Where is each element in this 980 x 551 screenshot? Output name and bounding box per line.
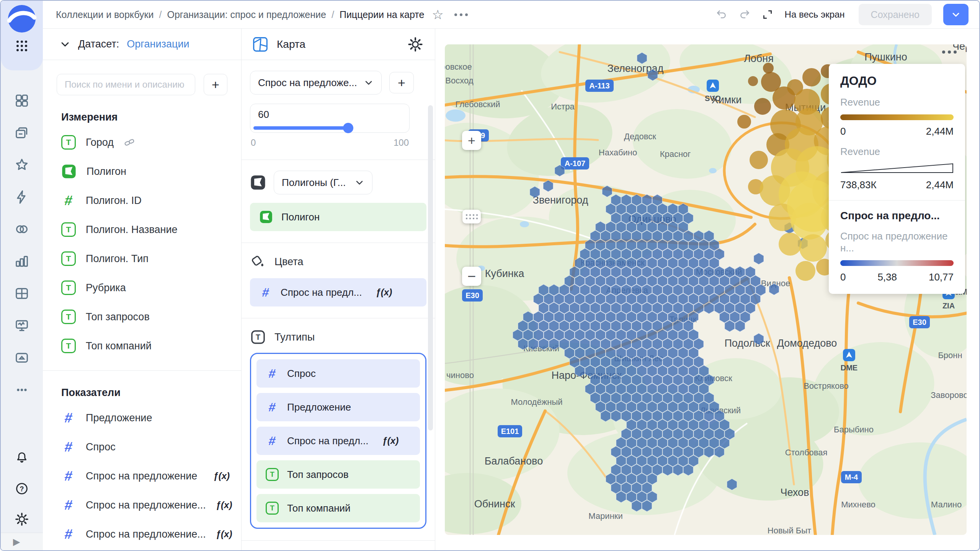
field-item[interactable]: #Предложение: [43, 403, 241, 432]
map-canvas[interactable]: ровскоеВосходГлебовскийИстраЗеленоградЛо…: [445, 44, 967, 535]
opacity-slider-thumb[interactable]: [343, 123, 353, 133]
field-item[interactable]: #Спрос на предложение...ƒ(x): [43, 491, 241, 520]
fullscreen-label[interactable]: На весь экран: [785, 9, 845, 20]
svg-text:А-107: А-107: [565, 159, 585, 168]
legend-size-min: 738,83К: [840, 179, 877, 191]
field-chip[interactable]: TТоп запросов: [256, 460, 420, 489]
legend-color-gradient: [840, 114, 954, 120]
text-field-icon: T: [61, 222, 76, 237]
add-field-button[interactable]: +: [204, 74, 227, 95]
map-ruler-button[interactable]: [462, 210, 481, 223]
field-chip[interactable]: TТоп компаний: [256, 494, 420, 522]
field-item[interactable]: Полигон: [43, 157, 241, 186]
field-chip[interactable]: #Спрос на предл...ƒ(x): [256, 427, 420, 455]
field-chip[interactable]: Полигон: [250, 203, 426, 231]
field-search-input[interactable]: [57, 74, 195, 95]
dataset-link[interactable]: Организации: [127, 38, 189, 50]
layer-select[interactable]: Спрос на предложе...: [250, 71, 382, 95]
breadcrumb-workbook[interactable]: Организации: спрос и предложение: [167, 9, 326, 20]
tooltip-icon: T: [250, 329, 266, 345]
field-item[interactable]: #Спрос на предложениеƒ(x): [43, 461, 241, 491]
opacity-slider-track[interactable]: [253, 126, 348, 130]
tables-icon[interactable]: [15, 286, 29, 301]
field-label: Полигон. ID: [86, 195, 142, 207]
notifications-icon[interactable]: [15, 451, 29, 465]
field-chip-label: Топ компаний: [287, 502, 351, 514]
revenue-circle: [799, 234, 827, 262]
map-town-label: Лобня: [744, 53, 774, 64]
geopolygon-field-icon: [61, 164, 77, 179]
map-town-label: Истра: [551, 102, 575, 111]
datalens-logo-icon[interactable]: [7, 4, 37, 34]
field-chip-label: Спрос на предл...: [287, 435, 368, 447]
text-field-icon: T: [61, 135, 76, 150]
map-town-label: Малино: [931, 500, 962, 509]
apps-launcher-icon[interactable]: [15, 39, 29, 54]
geopolygon-select[interactable]: Полигоны (Г...: [274, 171, 372, 194]
svg-text:?: ?: [20, 485, 24, 493]
connections-icon[interactable]: [15, 222, 29, 236]
favorite-star-icon[interactable]: ☆: [432, 8, 443, 21]
map-menu-icon[interactable]: [942, 51, 957, 54]
saved-button[interactable]: Сохранено: [859, 4, 932, 25]
zoom-in-button[interactable]: +: [462, 131, 481, 150]
save-dropdown-button[interactable]: [943, 4, 969, 25]
field-chip[interactable]: #Предложение: [256, 393, 420, 421]
field-label: Спрос: [86, 441, 116, 453]
widgets-icon[interactable]: [15, 93, 29, 108]
rail-expand-button[interactable]: ▶: [1, 533, 43, 550]
field-item[interactable]: TГород: [43, 128, 241, 157]
tooltips-field-group: #Спрос#Предложение#Спрос на предл...ƒ(x)…: [250, 353, 426, 529]
svg-text:А-113: А-113: [589, 82, 609, 90]
field-item[interactable]: TПолигон. Название: [43, 215, 241, 244]
undo-icon[interactable]: [716, 9, 727, 20]
storage-icon[interactable]: [15, 350, 29, 365]
dataset-panel: Датасет: Организации + Измерения TГородП…: [43, 29, 242, 550]
map-town-label: Обнинск: [474, 498, 515, 510]
field-chip[interactable]: #Спрос на предл...ƒ(x): [250, 278, 426, 306]
map-town-label: Бронн: [938, 350, 962, 360]
more-icon[interactable]: [15, 383, 29, 397]
map-water: [520, 221, 529, 227]
scrollbar-thumb[interactable]: [428, 105, 433, 430]
svg-text:Е30: Е30: [913, 318, 926, 326]
charts-icon[interactable]: [15, 254, 29, 269]
dashboards-icon[interactable]: [15, 318, 29, 333]
opacity-min: 0: [251, 137, 256, 148]
text-field-icon: T: [61, 280, 76, 295]
field-item[interactable]: TТоп запросов: [43, 302, 241, 331]
layer-filters-section: Фильтры слоя: [242, 541, 435, 550]
field-label: Спрос на предложение...: [86, 528, 206, 540]
field-label: Топ компаний: [86, 340, 152, 352]
breadcrumb-collections[interactable]: Коллекции и воркбуки: [56, 9, 154, 20]
breadcrumb-separator: /: [159, 9, 162, 20]
more-menu-icon[interactable]: [454, 13, 468, 16]
number-field-icon: #: [60, 439, 77, 455]
measures-title: Показатели: [43, 371, 241, 403]
dataset-header[interactable]: Датасет: Организации: [43, 29, 241, 60]
zoom-out-button[interactable]: −: [462, 267, 481, 286]
fullscreen-icon[interactable]: [762, 9, 773, 20]
field-chip[interactable]: #Спрос: [256, 359, 420, 388]
redo-icon[interactable]: [739, 9, 750, 20]
layer-opacity-control[interactable]: 60: [250, 104, 410, 133]
field-item[interactable]: #Спрос на предложение...ƒ(x): [43, 520, 241, 549]
favorites-icon[interactable]: [15, 158, 29, 172]
chevron-down-icon: [364, 78, 374, 88]
field-label: Полигон. Тип: [86, 253, 149, 265]
add-layer-button[interactable]: +: [389, 72, 414, 93]
help-icon[interactable]: ?: [15, 481, 29, 496]
field-label: Предложение: [86, 412, 152, 424]
geopolygon-field-icon: [259, 210, 273, 224]
collections-icon[interactable]: [15, 126, 29, 140]
gear-icon[interactable]: [407, 36, 423, 52]
formula-icon: ƒ(x): [376, 287, 392, 298]
field-item[interactable]: #Полигон. ID: [43, 186, 241, 215]
settings-icon[interactable]: [15, 512, 29, 527]
field-item[interactable]: #Спрос: [43, 432, 241, 461]
chart-type-title: Карта: [277, 38, 305, 51]
quick-actions-icon[interactable]: [15, 190, 29, 204]
field-item[interactable]: TПолигон. Тип: [43, 244, 241, 273]
field-item[interactable]: TРубрика: [43, 273, 241, 302]
field-item[interactable]: TТоп компаний: [43, 331, 241, 360]
